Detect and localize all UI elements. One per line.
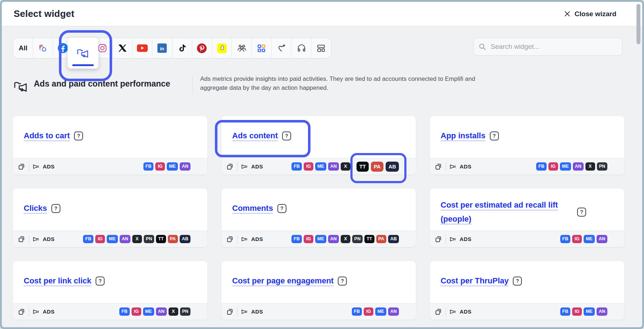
widget-card: App installs?ADSFBIGMEANXPN [430, 116, 624, 175]
network-badges: FBIGMEANXPNTTPAAB [291, 235, 399, 243]
filter-tab-headphones[interactable] [291, 38, 311, 58]
network-badge-fb: FB [291, 162, 302, 171]
filter-tab-apps-grid[interactable] [252, 38, 272, 58]
help-icon[interactable]: ? [96, 277, 105, 286]
filter-tab-snapchat[interactable] [212, 38, 232, 58]
widget-title-link[interactable]: Clicks [24, 204, 47, 213]
x-icon [118, 44, 127, 52]
filter-tab-dashboard[interactable] [312, 38, 331, 58]
search-input[interactable] [490, 42, 617, 51]
filter-tab-profiles[interactable] [33, 38, 53, 58]
widget-title-link[interactable]: Cost per page engagement [232, 276, 334, 285]
filter-tab-x[interactable] [113, 38, 133, 58]
help-icon[interactable]: ? [282, 131, 291, 140]
network-badge-an: AN [597, 307, 607, 316]
network-badge-fb: FB [560, 235, 571, 243]
card-title-row: Clicks? [13, 189, 207, 213]
widget-title-link[interactable]: Adds to cart [24, 131, 70, 140]
card-footer: ADSFBIGMEAN [430, 231, 624, 247]
network-badge-ab: AB [180, 235, 190, 243]
card-footer: ADSFBIGMEANXPNTTPAAB [13, 231, 207, 247]
close-wizard-label: Close wizard [575, 10, 616, 18]
card-footer: ADSFBIGMEAN [221, 303, 416, 320]
network-badges: FBIGMEANXTTPAAB [291, 162, 399, 172]
network-badge-x: X [585, 162, 595, 171]
card-footer: ADSFBIGMEAN [430, 303, 624, 320]
network-badge-me: ME [584, 235, 595, 243]
widget-title-link[interactable]: Ads content [232, 131, 278, 140]
widget-title-link[interactable]: Cost per estimated ad recall lift (peopl… [441, 198, 573, 226]
network-badge-x: X [169, 307, 178, 316]
copy-icon[interactable] [434, 235, 442, 243]
audience-icon [237, 43, 247, 53]
copy-icon[interactable] [226, 308, 234, 316]
widget-title-link[interactable]: App installs [441, 131, 486, 140]
widget-title-link[interactable]: Cost per ThruPlay [441, 276, 509, 285]
filter-tab-linkedin[interactable]: in [152, 38, 172, 58]
megaphone-icon [32, 163, 40, 171]
network-badge-fb: FB [119, 307, 130, 316]
filter-tab-all[interactable]: All [13, 38, 33, 58]
help-icon[interactable]: ? [74, 131, 83, 140]
filter-tab-pinterest[interactable] [192, 38, 212, 58]
filter-tab-audience[interactable] [232, 38, 252, 58]
copy-icon[interactable] [18, 308, 26, 316]
network-badge-ig: IG [572, 307, 582, 316]
megaphone-icon [241, 163, 249, 171]
filter-tab-youtube[interactable] [133, 38, 152, 58]
card-title-row: Cost per link click? [13, 261, 207, 286]
network-badge-pa: PA [371, 162, 383, 172]
pinterest-icon [197, 43, 207, 54]
help-icon[interactable]: ? [513, 277, 522, 286]
network-badge-me: ME [167, 162, 178, 171]
help-icon[interactable]: ? [490, 131, 499, 140]
section-header: Ads and paid content performance Ads met… [13, 73, 475, 94]
network-badge-fb: FB [536, 162, 547, 171]
network-badge-me: ME [143, 307, 154, 316]
network-badge-fb: FB [352, 307, 362, 316]
network-badges: FBIGMEANXPN [536, 162, 607, 171]
network-badges: FBIGMEAN [352, 307, 399, 316]
svg-text:in: in [160, 46, 165, 51]
section-description: Ads metrics provide insights into paid a… [200, 74, 475, 92]
help-icon[interactable]: ? [51, 204, 60, 213]
copy-icon[interactable] [18, 235, 26, 243]
network-badge-ig: IG [548, 162, 558, 171]
network-badge-pn: PN [597, 162, 607, 171]
widget-card: Cost per ThruPlay?ADSFBIGMEAN [430, 261, 624, 320]
widget-category-filter-bar: Allin [13, 38, 331, 59]
copy-icon[interactable] [226, 163, 234, 171]
widget-title-link[interactable]: Comments [232, 204, 273, 213]
copy-icon[interactable] [18, 163, 26, 171]
network-badge-ig: IG [304, 162, 313, 171]
footer-divider [446, 307, 446, 316]
network-badge-tt: TT [364, 235, 374, 243]
filter-tab-tiktok[interactable] [172, 38, 192, 58]
network-badge-me: ME [560, 162, 571, 171]
widget-card: Cost per page engagement?ADSFBIGMEAN [221, 261, 416, 320]
filter-tab-care[interactable] [272, 38, 291, 58]
page-title: Select widget [14, 2, 74, 26]
search-icon [479, 43, 486, 50]
filter-tab-label: All [19, 44, 27, 52]
copy-icon[interactable] [434, 308, 442, 316]
copy-icon[interactable] [434, 163, 442, 171]
close-wizard-button[interactable]: Close wizard [564, 2, 616, 26]
help-icon[interactable]: ? [577, 208, 586, 217]
widget-title-link[interactable]: Cost per link click [24, 276, 91, 285]
help-icon[interactable]: ? [277, 204, 286, 213]
youtube-icon [137, 44, 148, 52]
network-badge-pa: PA [168, 235, 178, 243]
ads-source-label: ADS [460, 309, 472, 315]
widget-card: Cost per estimated ad recall lift (peopl… [430, 189, 624, 247]
scrollbar-thumb[interactable] [636, 4, 640, 44]
help-icon[interactable]: ? [338, 277, 347, 286]
footer-divider [237, 235, 238, 244]
footer-divider [446, 162, 446, 171]
filter-tab-ads-selected[interactable] [68, 38, 98, 69]
network-badge-fb: FB [143, 162, 154, 171]
network-badges: FBIGMEAN [560, 235, 607, 243]
close-icon [564, 10, 571, 17]
copy-icon[interactable] [226, 235, 234, 243]
megaphone-icon [449, 308, 457, 316]
